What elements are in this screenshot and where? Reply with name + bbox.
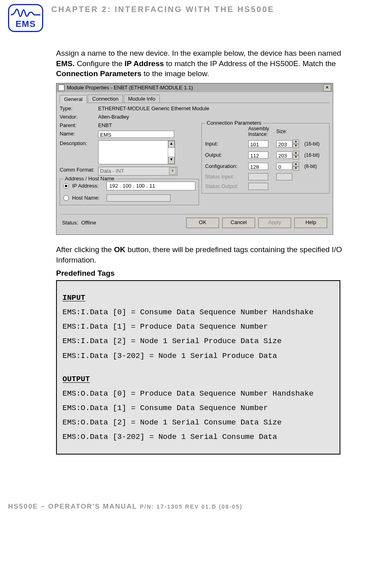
label-input: Input:: [205, 141, 245, 147]
value-vendor: Allen-Bradley: [98, 114, 330, 120]
config-assembly-field[interactable]: 128: [248, 163, 268, 170]
label-parent: Parent:: [60, 122, 96, 128]
comm-format-combo: Data - INT ▼: [98, 167, 177, 176]
ip-octet-3[interactable]: 100: [136, 183, 145, 189]
tag-line: EMS:O.Data [0] = Produce Data Sequence N…: [62, 386, 334, 401]
ip-octet-2[interactable]: 100: [123, 183, 131, 189]
input-unit: (16-bit): [304, 141, 324, 147]
name-field[interactable]: EMS: [98, 131, 174, 138]
output-size-spinner[interactable]: 203 ▲▼: [276, 151, 301, 160]
intro-text: to the image below.: [141, 69, 209, 78]
dialog-title: Module Properties - ENBT (ETHERNET-MODUL…: [67, 85, 193, 91]
tag-line: EMS:I.Data [1] = Produce Data Sequence N…: [62, 319, 334, 334]
tab-connection[interactable]: Connection: [88, 95, 123, 103]
label-comm-format: Comm Format:: [60, 167, 96, 173]
description-field[interactable]: ▲ ▼: [98, 140, 175, 164]
footer-main: HS500E – OPERATOR'S MANUAL: [8, 503, 140, 510]
tab-general[interactable]: General: [60, 95, 87, 103]
comm-format-value: Data - INT: [100, 168, 124, 174]
apply-button: Apply: [258, 218, 291, 228]
tags-input-header: INPUT: [62, 291, 334, 305]
tag-line: EMS:O.Data [1] = Consume Data Sequence N…: [62, 401, 334, 415]
label-status: Status:: [62, 220, 78, 226]
spinner-down-icon[interactable]: ▼: [293, 144, 299, 148]
legend-conn-params: Connection Parameters: [205, 120, 263, 126]
tag-line: EMS:I.Data [2] = Node 1 Serial Produce D…: [62, 334, 334, 348]
status-input-assembly-field: [248, 173, 268, 180]
head-assembly-instance: Assembly Instance:: [248, 126, 273, 137]
output-size-field[interactable]: 203: [276, 152, 292, 159]
tag-line: EMS:O.Data [3-202] = Node 1 Serial Consu…: [62, 430, 334, 444]
label-ip-address: IP Address:: [72, 183, 104, 189]
description-scrollbar[interactable]: ▲ ▼: [168, 141, 175, 164]
module-properties-dialog: Module Properties - ENBT (ETHERNET-MODUL…: [56, 83, 333, 235]
tag-line: EMS:I.Data [3-202] = Node 1 Serial Produ…: [62, 349, 334, 363]
ip-octet-1[interactable]: 192: [109, 183, 118, 189]
ip-octet-4[interactable]: 11: [149, 183, 155, 189]
tab-module-info[interactable]: Module Info: [124, 95, 160, 103]
footer-small: P/N: 17-1305 REV 01.D (08-05): [140, 503, 242, 510]
ems-logo: EMS: [8, 4, 43, 32]
help-button[interactable]: Help: [294, 218, 327, 228]
intro-bold-cp: Connection Parameters: [56, 69, 141, 78]
predefined-tags-box: INPUT EMS:I.Data [0] = Consume Data Sequ…: [56, 280, 340, 455]
spinner-down-icon[interactable]: ▼: [293, 166, 299, 171]
intro-text: Configure the: [74, 59, 125, 68]
config-unit: (8-bit): [304, 164, 324, 169]
scroll-up-icon[interactable]: ▲: [168, 141, 175, 148]
label-type: Type:: [60, 105, 96, 111]
tag-line: EMS:O.Data [2] = Node 1 Serial Consume D…: [62, 415, 334, 430]
dialog-titlebar[interactable]: Module Properties - ENBT (ETHERNET-MODUL…: [56, 83, 333, 92]
value-status: Offline: [81, 220, 96, 226]
label-host-name: Host Name:: [72, 195, 104, 201]
logo-text: EMS: [16, 19, 36, 29]
input-assembly-field[interactable]: 101: [248, 140, 268, 148]
legend-address-host: Address / Host Name: [63, 176, 116, 182]
input-size-spinner[interactable]: 203 ▲▼: [276, 139, 301, 148]
host-name-field: [107, 194, 171, 202]
label-status-output: Status Output:: [205, 183, 245, 189]
spinner-up-icon[interactable]: ▲: [293, 139, 299, 144]
after-text: After clicking the: [56, 245, 114, 254]
close-button[interactable]: ×: [323, 84, 331, 91]
page-footer: HS500E – OPERATOR'S MANUAL P/N: 17-1305 …: [8, 503, 356, 511]
output-assembly-field[interactable]: 112: [248, 152, 268, 159]
config-size-field[interactable]: 0: [276, 163, 292, 170]
chevron-down-icon: ▼: [169, 168, 176, 175]
tab-strip: General Connection Module Info: [60, 95, 330, 103]
ip-address-field[interactable]: 192. 100. 100. 11: [107, 182, 195, 190]
label-configuration: Configuration:: [205, 163, 245, 169]
output-unit: (16-bit): [304, 152, 324, 158]
cancel-button[interactable]: Cancel: [222, 218, 255, 228]
label-name: Name:: [60, 131, 96, 137]
intro-paragraph: Assign a name to the new device. In the …: [56, 48, 356, 79]
label-status-input: Status Input:: [205, 174, 245, 180]
radio-ip-address[interactable]: [63, 183, 69, 189]
head-size: Size:: [276, 129, 301, 134]
tags-output-header: OUTPUT: [62, 372, 334, 386]
spinner-up-icon[interactable]: ▲: [293, 162, 299, 166]
radio-host-name[interactable]: [63, 195, 69, 201]
predefined-tags-heading: Predefined Tags: [56, 269, 356, 278]
config-size-spinner[interactable]: 0 ▲▼: [276, 162, 301, 171]
scroll-down-icon[interactable]: ▼: [168, 157, 175, 164]
status-output-assembly-field: [248, 183, 268, 190]
value-parent: ENBT: [98, 122, 199, 128]
spinner-up-icon[interactable]: ▲: [293, 151, 299, 155]
label-output: Output:: [205, 152, 245, 158]
after-bold-ok: OK: [114, 245, 126, 254]
connection-parameters-group: Connection Parameters Assembly Instance:…: [201, 123, 330, 194]
status-input-size-field: [276, 173, 292, 180]
intro-text: to match the IP Address of the HS500E. M…: [164, 59, 336, 68]
after-paragraph: After clicking the OK button, there will…: [56, 244, 356, 265]
tag-line: EMS:I.Data [0] = Consume Data Sequence N…: [62, 305, 334, 319]
intro-text: Assign a name to the new device. In the …: [56, 49, 341, 57]
spinner-down-icon[interactable]: ▼: [293, 155, 299, 160]
intro-bold-ems: EMS.: [56, 59, 74, 68]
input-size-field[interactable]: 203: [276, 140, 292, 148]
value-type: ETHERNET-MODULE Generic Ethernet Module: [98, 105, 330, 111]
intro-bold-ip: IP Address: [125, 59, 164, 68]
chapter-title: CHAPTER 2: INTERFACING WITH THE HS500E: [51, 4, 274, 14]
address-host-group: Address / Host Name IP Address: 192. 100…: [60, 179, 199, 205]
ok-button[interactable]: OK: [186, 218, 219, 228]
